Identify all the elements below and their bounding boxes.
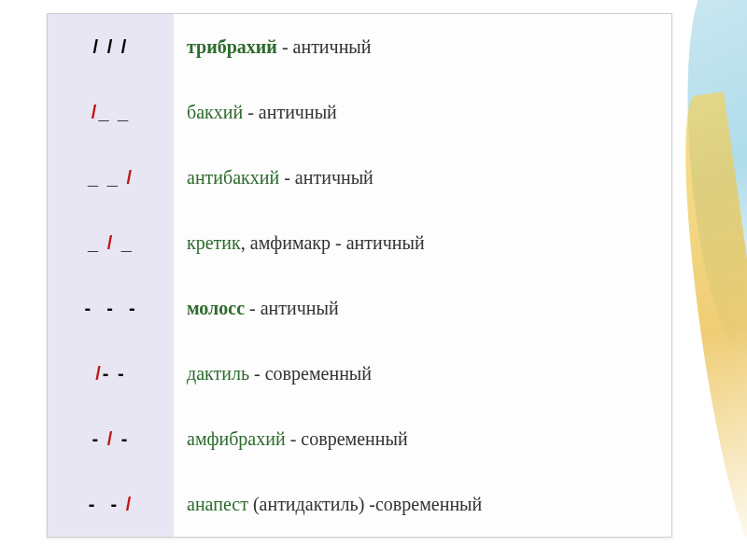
meter-term: трибрахий [187, 36, 277, 57]
blue-swoosh [675, 0, 747, 357]
description-cell: дактиль - современный [174, 363, 671, 385]
pattern-cell: - - - [48, 275, 174, 341]
meter-origin: - античный [331, 232, 425, 253]
extra-term: , амфимакр [241, 232, 331, 253]
meter-term: амфибрахий [187, 428, 286, 449]
table-row: / - - дактиль - современный [48, 341, 671, 406]
table-row: - / - амфибрахий - современный [48, 406, 671, 471]
description-cell: бакхий - античный [174, 102, 671, 123]
pattern-cell: _ / _ [48, 210, 174, 275]
description-cell: кретик, амфимакр - античный [174, 232, 671, 254]
extra-term: (антидактиль) [248, 494, 364, 514]
meter-origin: - античный [277, 36, 372, 57]
meter-term: кретик [187, 232, 241, 253]
pattern-cell: - / - [48, 406, 174, 471]
pattern-cell: _ _ / [48, 145, 174, 210]
meter-origin: -современный [364, 494, 482, 514]
description-cell: антибакхий - античный [174, 167, 671, 189]
description-cell: трибрахий - античный [174, 36, 671, 58]
meter-term: бакхий [187, 102, 243, 122]
pattern-cell: - - / [48, 471, 174, 537]
pattern-cell: / / / [48, 14, 174, 79]
meter-origin: - современный [249, 363, 372, 384]
table-row: / / / трибрахий - античный [48, 14, 671, 79]
table-row: - - - молосс - античный [48, 275, 671, 341]
pattern-cell: / _ _ [48, 79, 174, 145]
description-cell: анапест (антидактиль) -современный [174, 494, 671, 515]
meter-origin: - античный [279, 167, 374, 188]
meter-term: молосс [187, 298, 245, 318]
pattern-cell: / - - [48, 341, 174, 406]
meter-term: антибакхий [187, 167, 279, 188]
table-row: _ _ / антибакхий - античный [48, 145, 671, 210]
meter-origin: - современный [286, 428, 408, 449]
yellow-swoosh [668, 91, 747, 560]
meter-table: / / / трибрахий - античный / _ _ бакхий … [47, 13, 672, 538]
description-cell: молосс - античный [174, 298, 671, 319]
meter-term: анапест [187, 494, 248, 514]
table-row: - - / анапест (антидактиль) -современный [48, 471, 671, 537]
table-row: / _ _ бакхий - античный [48, 79, 671, 145]
meter-term: дактиль [187, 363, 249, 384]
description-cell: амфибрахий - современный [174, 428, 671, 450]
table-row: _ / _ кретик, амфимакр - античный [48, 210, 671, 275]
meter-origin: - античный [243, 102, 337, 122]
meter-origin: - античный [245, 298, 339, 318]
